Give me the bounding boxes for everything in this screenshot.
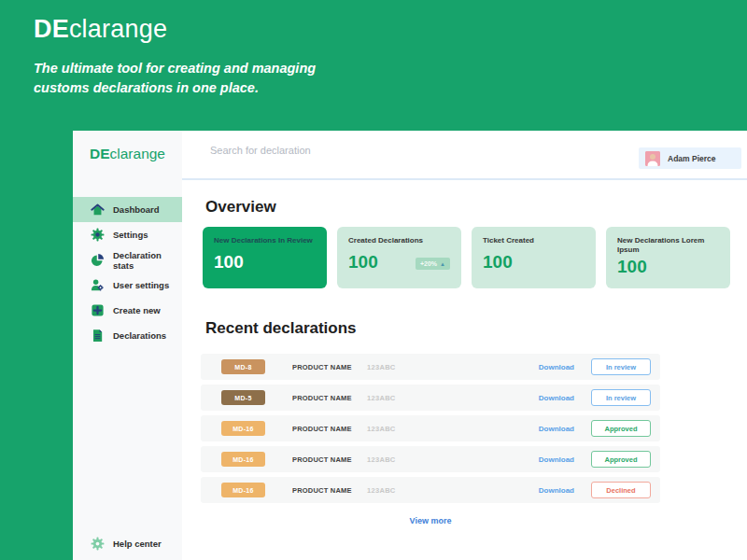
sidebar-nav: Dashboard Settings Declaration stats Use… bbox=[73, 197, 182, 348]
sidebar-item-label: Dashboard bbox=[113, 204, 160, 215]
help-center-label: Help center bbox=[113, 539, 162, 549]
stat-card-label: New Declarations In Review bbox=[214, 236, 316, 245]
sidebar-item-label: Create new bbox=[113, 305, 161, 315]
status-badge[interactable]: In review bbox=[591, 389, 651, 406]
gear-icon bbox=[91, 537, 105, 551]
sidebar-item-declaration-stats[interactable]: Declaration stats bbox=[73, 247, 182, 273]
status-badge[interactable]: In review bbox=[591, 358, 651, 375]
sidebar-item-declarations[interactable]: Declarations bbox=[73, 323, 182, 348]
stat-card-created-declarations[interactable]: Created Declarations 100 +20%▲ bbox=[337, 227, 461, 288]
pie-chart-icon bbox=[91, 253, 105, 267]
recent-declarations-list: MD-8 PRODUCT NAME 123ABC Download In rev… bbox=[201, 354, 660, 508]
sidebar-item-create-new[interactable]: Create new bbox=[73, 298, 182, 323]
table-row: MD-5 PRODUCT NAME 123ABC Download In rev… bbox=[201, 385, 660, 411]
gear-icon bbox=[91, 228, 105, 242]
download-link[interactable]: Download bbox=[539, 394, 574, 402]
user-gear-icon bbox=[91, 278, 105, 292]
sidebar: DEclarange Dashboard Settings Declaratio… bbox=[73, 131, 182, 560]
download-link[interactable]: Download bbox=[539, 455, 574, 464]
declaration-code: 123ABC bbox=[367, 455, 539, 464]
app-window: DEclarange Dashboard Settings Declaratio… bbox=[73, 131, 747, 560]
home-icon bbox=[91, 203, 105, 217]
sidebar-item-label: Declarations bbox=[113, 330, 166, 341]
main-content: Overview New Declarations In Review 100 … bbox=[182, 180, 747, 560]
download-link[interactable]: Download bbox=[539, 363, 574, 371]
download-link[interactable]: Download bbox=[539, 486, 574, 495]
stat-card-label: Created Declarations bbox=[348, 236, 450, 245]
brand-logo-bold: DE bbox=[34, 15, 69, 43]
declaration-code: 123ABC bbox=[367, 486, 539, 495]
declaration-id-badge: MD-16 bbox=[221, 452, 265, 467]
stat-card-value: 100 bbox=[214, 252, 316, 273]
declaration-code: 123ABC bbox=[367, 363, 539, 371]
sidebar-logo-rest: clarange bbox=[110, 146, 165, 161]
stat-card-value: 100 bbox=[483, 252, 585, 273]
overview-cards: New Declarations In Review 100 Created D… bbox=[203, 227, 730, 288]
status-badge[interactable]: Approved bbox=[591, 420, 651, 437]
user-chip[interactable]: Adam Pierce bbox=[639, 147, 741, 169]
trend-badge-value: +20% bbox=[420, 260, 437, 267]
table-row: MD-16 PRODUCT NAME 123ABC Download Decli… bbox=[201, 477, 660, 503]
arrow-up-icon: ▲ bbox=[440, 261, 445, 267]
stat-card-label: New Declarations Lorem Ipsum bbox=[617, 236, 719, 256]
sidebar-item-user-settings[interactable]: User settings bbox=[73, 273, 182, 298]
declaration-id-badge: MD-16 bbox=[221, 421, 265, 436]
declaration-code: 123ABC bbox=[367, 425, 539, 433]
sidebar-item-dashboard[interactable]: Dashboard bbox=[73, 197, 182, 222]
sidebar-logo-bold: DE bbox=[90, 146, 110, 161]
status-badge[interactable]: Declined bbox=[591, 482, 651, 498]
sidebar-logo: DEclarange bbox=[73, 146, 182, 162]
product-name: PRODUCT NAME bbox=[292, 455, 367, 464]
status-badge[interactable]: Approved bbox=[591, 451, 651, 468]
topbar: Adam Pierce bbox=[182, 131, 747, 180]
stat-card-value: 100 bbox=[617, 257, 719, 277]
product-name: PRODUCT NAME bbox=[292, 486, 367, 495]
avatar bbox=[645, 151, 660, 166]
stat-card-new-declarations-lorem-ipsum[interactable]: New Declarations Lorem Ipsum 100 bbox=[606, 227, 730, 288]
download-link[interactable]: Download bbox=[539, 425, 574, 433]
declaration-id-badge: MD-5 bbox=[221, 390, 265, 405]
plus-square-icon bbox=[91, 303, 105, 317]
brand-tagline: The ultimate tool for creating and manag… bbox=[34, 59, 316, 97]
document-icon bbox=[91, 329, 105, 343]
view-more-link[interactable]: View more bbox=[201, 516, 660, 525]
sidebar-item-settings[interactable]: Settings bbox=[73, 222, 182, 247]
user-name: Adam Pierce bbox=[668, 154, 716, 163]
brand-tagline-line1: The ultimate tool for creating and manag… bbox=[34, 59, 316, 78]
stat-card-ticket-created[interactable]: Ticket Created 100 bbox=[472, 227, 596, 288]
stat-card-value: 100 bbox=[348, 252, 378, 273]
declaration-code: 123ABC bbox=[367, 394, 539, 402]
overview-title: Overview bbox=[205, 198, 276, 217]
table-row: MD-16 PRODUCT NAME 123ABC Download Appro… bbox=[201, 415, 660, 441]
brand-logo-rest: clarange bbox=[69, 15, 167, 43]
sidebar-item-label: User settings bbox=[113, 280, 169, 290]
sidebar-item-label: Declaration stats bbox=[113, 250, 182, 271]
help-center-button[interactable]: Help center bbox=[91, 537, 162, 551]
product-name: PRODUCT NAME bbox=[292, 363, 367, 371]
table-row: MD-8 PRODUCT NAME 123ABC Download In rev… bbox=[201, 354, 660, 380]
trend-badge: +20%▲ bbox=[416, 258, 450, 270]
table-row: MD-16 PRODUCT NAME 123ABC Download Appro… bbox=[201, 446, 660, 472]
brand-logo: DEclarange bbox=[34, 15, 167, 44]
product-name: PRODUCT NAME bbox=[292, 425, 367, 433]
declaration-id-badge: MD-8 bbox=[221, 359, 265, 374]
sidebar-item-label: Settings bbox=[113, 230, 148, 240]
product-name: PRODUCT NAME bbox=[292, 394, 367, 402]
recent-declarations-title: Recent declarations bbox=[205, 319, 357, 338]
stat-card-new-declarations-in-review[interactable]: New Declarations In Review 100 bbox=[203, 227, 327, 288]
brand-tagline-line2: customs declarations in one place. bbox=[34, 78, 316, 98]
stat-card-label: Ticket Created bbox=[483, 236, 585, 245]
declaration-id-badge: MD-16 bbox=[221, 483, 265, 497]
search-input[interactable] bbox=[210, 145, 509, 156]
